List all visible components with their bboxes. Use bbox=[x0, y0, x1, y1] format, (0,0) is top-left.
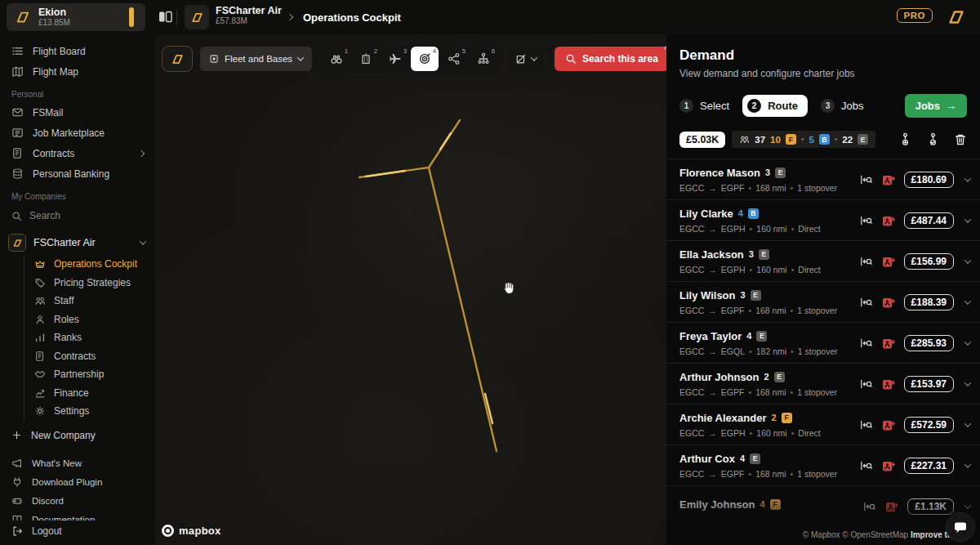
job-price[interactable]: £156.99 bbox=[904, 253, 954, 270]
book-icon bbox=[11, 514, 23, 521]
chevron-down-icon[interactable] bbox=[964, 420, 971, 427]
job-row[interactable]: Arthur Johnson 2 E EGCC → EGPF • 168 nmi… bbox=[666, 363, 980, 404]
route-inspect-icon[interactable] bbox=[863, 500, 876, 513]
new-company-button[interactable]: New Company bbox=[0, 424, 155, 447]
job-passenger-count: 4 bbox=[740, 453, 745, 463]
chevron-down-icon[interactable] bbox=[964, 461, 971, 467]
breadcrumb-company[interactable]: FSCharter Air £57.83M bbox=[216, 5, 282, 26]
tool-explore-button[interactable]: 1 bbox=[323, 47, 350, 71]
route-inspect-icon[interactable] bbox=[860, 173, 873, 186]
mapbox-wordmark: mapbox bbox=[179, 525, 221, 537]
job-price[interactable]: £180.69 bbox=[904, 172, 954, 188]
route-inspect-icon[interactable] bbox=[860, 337, 873, 350]
chevron-down-icon[interactable] bbox=[964, 502, 971, 508]
aircraft-warning-icon[interactable] bbox=[882, 173, 895, 186]
logout-button[interactable]: Logout bbox=[0, 520, 155, 542]
toolbar-logo-button[interactable] bbox=[162, 46, 193, 72]
job-price[interactable]: £153.97 bbox=[904, 376, 954, 392]
sidebar-item-whats-new[interactable]: What's New bbox=[0, 453, 155, 472]
job-price[interactable]: £487.44 bbox=[904, 212, 954, 229]
chevron-down-icon[interactable] bbox=[964, 257, 971, 263]
sidebar-item-documentation[interactable]: Documentation bbox=[0, 510, 155, 520]
tool-aircraft-button[interactable]: 3 bbox=[381, 47, 409, 71]
jobs-next-button[interactable]: Jobs → bbox=[905, 94, 967, 118]
company-balance: £57.83M bbox=[216, 16, 282, 26]
account-switcher[interactable]: Ekion £13.85M bbox=[7, 3, 145, 31]
sidebar-item-settings[interactable]: Settings bbox=[24, 402, 155, 421]
job-row[interactable]: Florence Mason 3 E EGCC → EGPF • 168 nmi… bbox=[666, 159, 980, 199]
tool-hierarchy-button[interactable]: 6 bbox=[470, 47, 497, 71]
route-inspect-icon[interactable] bbox=[860, 377, 873, 391]
route-inspect-icon[interactable] bbox=[860, 418, 873, 431]
sidebar-item-staff[interactable]: Staff bbox=[24, 292, 155, 310]
sidebar-item-roles[interactable]: Roles bbox=[24, 310, 155, 329]
chevron-down-icon[interactable] bbox=[964, 297, 971, 304]
route-inspect-icon[interactable] bbox=[860, 255, 873, 268]
sidebar-item-personal-banking[interactable]: Personal Banking bbox=[0, 163, 155, 184]
sidebar-search[interactable] bbox=[0, 206, 155, 226]
route-inspect-icon[interactable] bbox=[860, 459, 873, 472]
map-attribution[interactable]: © Mapbox © OpenStreetMap Improve th bbox=[803, 530, 952, 539]
sidebar-item-contracts[interactable]: Contracts bbox=[0, 143, 155, 163]
job-price[interactable]: £1.13K bbox=[907, 498, 954, 515]
job-row[interactable]: Lily Wilson 3 E EGCC → EGPF • 168 nmi • … bbox=[666, 281, 980, 322]
search-this-area-button[interactable]: Search this area bbox=[555, 47, 669, 71]
sidebar-item-fsmail[interactable]: FSMail bbox=[0, 102, 155, 123]
job-row[interactable]: Ella Jackson 3 E EGCC → EGPH • 160 nmi •… bbox=[666, 240, 980, 281]
job-row[interactable]: Lily Clarke 4 B EGCC → EGPH • 160 nmi • … bbox=[666, 199, 980, 240]
sidebar-item-discord[interactable]: Discord bbox=[0, 491, 155, 510]
job-price[interactable]: £188.39 bbox=[904, 294, 954, 310]
sidebar-item-job-marketplace[interactable]: Job Marketplace bbox=[0, 123, 155, 143]
job-row[interactable]: Emily Johnson 4 F £1.13K bbox=[666, 485, 980, 526]
area-filter-dropdown[interactable] bbox=[508, 47, 544, 71]
trash-icon[interactable] bbox=[954, 133, 967, 146]
aircraft-warning-icon[interactable] bbox=[882, 459, 895, 472]
chevron-down-icon[interactable] bbox=[964, 175, 971, 181]
job-price[interactable]: £285.93 bbox=[904, 335, 954, 351]
aircraft-warning-icon[interactable] bbox=[882, 296, 895, 309]
sidebar-item-flight-map[interactable]: Flight Map bbox=[0, 61, 155, 82]
assign-demand-icon[interactable] bbox=[926, 132, 940, 146]
fleet-and-bases-dropdown[interactable]: Fleet and Bases bbox=[200, 47, 312, 71]
job-price[interactable]: £572.59 bbox=[904, 417, 954, 433]
sidebar-item-finance[interactable]: Finance bbox=[24, 384, 155, 403]
route-inspect-icon[interactable] bbox=[860, 214, 873, 227]
chat-bubble-button[interactable] bbox=[946, 512, 975, 542]
chevron-down-icon[interactable] bbox=[964, 379, 971, 386]
sidebar-item-download-plugin[interactable]: Download Plugin bbox=[0, 472, 155, 491]
aircraft-warning-icon[interactable] bbox=[882, 255, 895, 268]
route-inspect-icon[interactable] bbox=[860, 296, 873, 309]
sidebar-toggle-icon[interactable] bbox=[158, 11, 172, 23]
sidebar-company-header[interactable]: FSCharter Air bbox=[0, 230, 155, 255]
tool-network-button[interactable]: 5 bbox=[440, 47, 468, 71]
tool-airports-button[interactable]: 2 bbox=[352, 47, 380, 71]
job-row[interactable]: Arthur Cox 4 E EGCC → EGPF • 168 nmi • 1… bbox=[666, 444, 980, 485]
chevron-down-icon[interactable] bbox=[964, 216, 971, 222]
sidebar-item-pricing-strategies[interactable]: Pricing Strategies bbox=[24, 274, 155, 293]
sidebar-item-company-contracts[interactable]: Contracts bbox=[24, 347, 155, 366]
aircraft-warning-icon[interactable] bbox=[885, 500, 898, 513]
search-input[interactable] bbox=[29, 210, 127, 221]
sidebar-item-label: Download Plugin bbox=[32, 477, 102, 487]
sidebar-item-flight-board[interactable]: Flight Board bbox=[0, 41, 155, 61]
chevron-down-icon[interactable] bbox=[964, 338, 971, 345]
search-area-label: Search this area bbox=[582, 53, 658, 65]
job-row[interactable]: Freya Taylor 4 E EGCC → EGQL • 182 nmi •… bbox=[666, 322, 980, 363]
step-route[interactable]: 2 Route bbox=[742, 95, 808, 117]
job-row[interactable]: Archie Alexander 2 F EGCC → EGPH • 160 n… bbox=[666, 404, 980, 444]
step-select[interactable]: 1 Select bbox=[679, 99, 729, 113]
job-price[interactable]: £227.31 bbox=[904, 458, 954, 474]
aircraft-warning-icon[interactable] bbox=[882, 214, 895, 227]
spread-demand-icon[interactable] bbox=[898, 132, 912, 146]
tool-demand-button[interactable]: 4 bbox=[411, 47, 439, 71]
aircraft-warning-icon[interactable] bbox=[882, 377, 895, 391]
chart-line-icon bbox=[34, 387, 46, 399]
aircraft-warning-icon[interactable] bbox=[882, 337, 895, 350]
step-jobs[interactable]: 3 Jobs bbox=[821, 99, 863, 113]
mapbox-logo[interactable]: mapbox bbox=[162, 525, 221, 537]
company-logo[interactable] bbox=[185, 5, 209, 29]
sidebar-item-partnership[interactable]: Partnership bbox=[24, 365, 155, 384]
sidebar-item-ranks[interactable]: Ranks bbox=[24, 328, 155, 347]
sidebar-item-operations-cockpit[interactable]: Operations Cockpit bbox=[24, 255, 155, 274]
aircraft-warning-icon[interactable] bbox=[882, 418, 895, 431]
